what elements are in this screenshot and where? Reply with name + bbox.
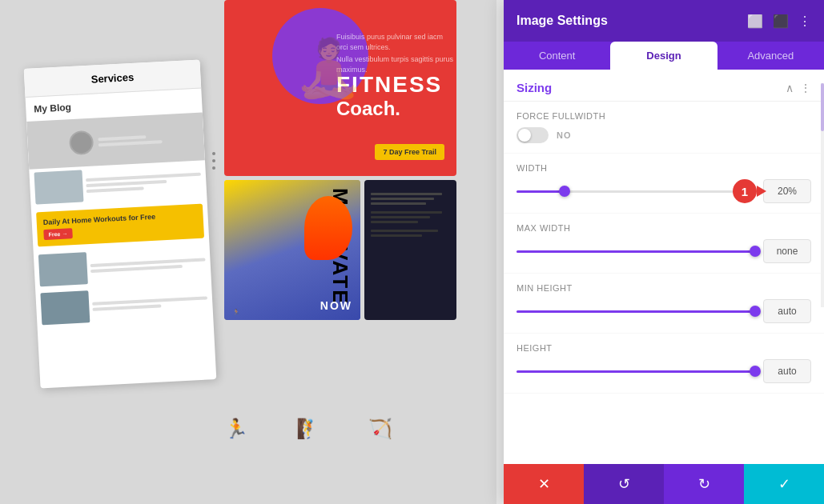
running-icon: 🏃 [224,418,248,440]
confirm-button[interactable]: ✓ [744,464,824,504]
blog-row-1 [29,160,207,207]
min-height-slider-container[interactable] [517,303,755,319]
arch-icon: 🏹 [368,418,392,440]
cancel-button[interactable]: ✕ [504,464,584,504]
max-width-row: Max Width none [504,214,824,274]
max-width-control: none [517,239,811,263]
step-badge: 1 [733,179,757,203]
blog-preview-card: Services My Blog Daily At Home Workouts … [24,60,217,389]
panel-tabs: Content Design Advanced [504,42,824,70]
redo-button[interactable]: ↻ [664,464,744,504]
fullscreen-icon[interactable]: ⬜ [747,14,763,29]
sizing-title: Sizing [517,81,552,94]
width-value[interactable]: 20% [763,179,811,203]
collapse-icon[interactable]: ∧ [786,82,794,94]
free-trial-badge: 7 Day Free Trail [375,144,444,160]
now-text: NOW [320,299,352,312]
min-height-slider-track [517,310,755,313]
max-width-label: Max Width [517,223,811,233]
orange-blob [304,196,352,260]
toggle-no-label: NO [557,130,572,140]
hiking-icon: 🧗 [296,418,320,440]
panel-title: Image Settings [517,14,608,28]
undo-button[interactable]: ↺ [584,464,664,504]
blog-thumb-1 [34,170,83,204]
force-fullwidth-label: Force Fullwidth [517,111,811,121]
panel-footer: ✕ ↺ ↻ ✓ [504,464,824,504]
height-slider-thumb[interactable] [750,366,761,377]
fullwidth-toggle[interactable] [517,127,549,143]
width-control: 1 20% [517,179,811,203]
fitness-collage: 🧘 Fuisibuis purus pulvinar sed iacm orci… [224,0,472,384]
section-more-icon[interactable]: ⋮ [800,82,811,94]
width-slider-fill [517,190,565,193]
motivate-card: 🏃 Motivate NOW [224,180,360,320]
sizing-section-header: Sizing ∧ ⋮ [504,70,824,102]
max-width-slider-track [517,250,755,253]
dots-menu[interactable] [212,152,215,170]
panel-content: Sizing ∧ ⋮ Force Fullwidth NO Width [504,70,824,464]
panel-header: Image Settings ⬜ ⬛ ⋮ [504,0,824,42]
width-row: Width 1 20% [504,154,824,214]
height-label: Height [517,343,811,353]
blog-row-3 [35,281,213,328]
toggle-knob [518,129,531,142]
step-indicator: 1 [733,179,766,203]
max-width-slider-container[interactable] [517,243,755,259]
height-row: Height auto [504,334,824,394]
width-slider-container[interactable]: 1 [517,183,755,199]
height-control: auto [517,359,811,383]
panel-header-icons: ⬜ ⬛ ⋮ [747,14,811,29]
blog-text-2 [90,246,207,284]
blog-text-1 [85,164,202,202]
settings-panel: Image Settings ⬜ ⬛ ⋮ Content Design Adva… [504,0,824,504]
bottom-icons-row: 🏃 🧗 🏹 [224,418,392,440]
blog-thumb-2 [38,252,88,286]
min-height-label: Min Height [517,283,811,293]
min-height-control: auto [517,299,811,323]
blog-text-3 [91,284,208,322]
height-slider-track [517,370,755,373]
min-height-value[interactable]: auto [763,299,811,323]
more-icon[interactable]: ⋮ [798,14,811,29]
fitness-top-card: 🧘 Fuisibuis purus pulvinar sed iacm orci… [224,0,456,176]
step-arrow [757,186,766,197]
max-width-slider-thumb[interactable] [750,246,761,257]
width-label: Width [517,163,811,173]
scroll-thumb [821,83,824,131]
dark-card [364,180,456,320]
scrollbar[interactable] [821,83,824,307]
height-slider-fill [517,370,755,373]
height-value[interactable]: auto [763,359,811,383]
tab-advanced[interactable]: Advanced [717,42,824,70]
min-height-row: Min Height auto [504,274,824,334]
min-height-slider-thumb[interactable] [750,306,761,317]
avatar [69,130,94,156]
section-controls: ∧ ⋮ [786,82,811,94]
tab-design[interactable]: Design [610,42,717,70]
min-height-slider-fill [517,310,755,313]
tab-content[interactable]: Content [504,42,610,70]
yellow-banner: Daily At Home Workouts for Free Free → [36,204,204,247]
force-fullwidth-control: NO [517,127,811,143]
force-fullwidth-row: Force Fullwidth NO [504,102,824,154]
blog-thumb-3 [40,290,90,325]
width-slider-thumb[interactable] [559,186,570,197]
left-canvas: Services My Blog Daily At Home Workouts … [0,0,496,504]
free-btn: Free → [43,228,72,240]
max-width-slider-fill [517,250,755,253]
max-width-value[interactable]: none [763,239,811,263]
columns-icon[interactable]: ⬛ [773,14,789,29]
width-slider-track [517,190,755,193]
height-slider-container[interactable] [517,363,755,379]
